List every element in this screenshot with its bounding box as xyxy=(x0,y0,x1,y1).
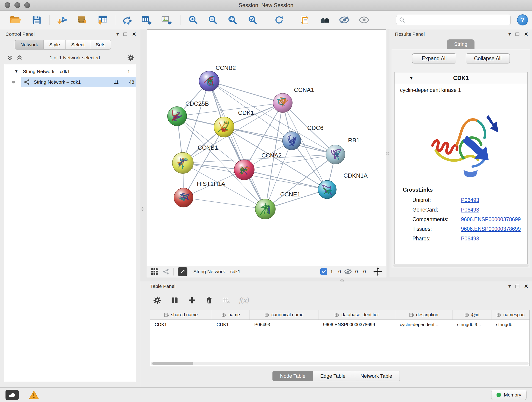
panel-collapse-icon[interactable]: ▾ xyxy=(508,284,511,289)
search-input[interactable] xyxy=(396,15,511,25)
table-settings-button[interactable] xyxy=(153,296,161,304)
panel-float-icon[interactable] xyxy=(515,32,519,36)
warnings-button[interactable] xyxy=(29,390,39,400)
cell-at-id[interactable]: stringdb:9... xyxy=(452,320,491,329)
tab-string[interactable]: String xyxy=(447,39,475,49)
zoom-selected-button[interactable] xyxy=(246,13,259,27)
expand-all-button[interactable]: Expand All xyxy=(412,53,456,64)
hide-selected-button[interactable] xyxy=(338,13,351,27)
column-header-database-identifier[interactable]: database identifier xyxy=(318,310,395,319)
minimize-window-button[interactable] xyxy=(14,2,20,8)
cell-namespace[interactable]: stringdb xyxy=(491,320,530,329)
export-network-button[interactable] xyxy=(140,13,153,27)
delete-table-button[interactable] xyxy=(222,296,230,304)
zoom-out-button[interactable] xyxy=(206,13,219,27)
cell-description[interactable]: cyclin-dependent ... xyxy=(395,320,452,329)
pan-crosshair-icon[interactable] xyxy=(373,267,382,276)
panel-float-icon[interactable] xyxy=(123,32,127,36)
show-all-button[interactable] xyxy=(358,13,370,27)
birds-eye-view-button[interactable] xyxy=(151,268,158,275)
refresh-view-button[interactable] xyxy=(273,13,285,27)
crosslink-link-compartments[interactable]: 9606.ENSP00000378699 xyxy=(461,216,521,223)
tab-sets[interactable]: Sets xyxy=(90,40,111,49)
open-in-new-window-button[interactable] xyxy=(178,267,187,276)
copy-document-button[interactable] xyxy=(298,13,311,27)
table-row[interactable]: CDK1 CDK1 P06493 9606.ENSP00000378699 cy… xyxy=(150,320,530,329)
import-table-file-button[interactable] xyxy=(96,13,109,27)
network-node-CCNA1[interactable]: CCNA1 xyxy=(273,86,314,113)
column-header-shared-name[interactable]: shared name xyxy=(150,310,212,319)
crosslink-link-uniprot[interactable]: P06493 xyxy=(461,197,479,203)
import-network-file-button[interactable] xyxy=(56,13,69,27)
panel-float-icon[interactable] xyxy=(515,285,519,288)
column-header-name[interactable]: name xyxy=(212,310,250,319)
open-session-button[interactable] xyxy=(9,13,22,27)
network-node-CCNB1[interactable]: CCNB1 xyxy=(172,144,218,173)
network-node-RB1[interactable]: RB1 xyxy=(326,137,360,164)
crosslink-link-pharos[interactable]: P06493 xyxy=(461,236,479,242)
column-header-description[interactable]: description xyxy=(395,310,452,319)
tree-expand-icon[interactable]: ▼ xyxy=(14,69,18,74)
tab-network[interactable]: Network xyxy=(15,40,44,49)
new-network-button[interactable] xyxy=(121,13,134,27)
string-settings-button[interactable] xyxy=(162,268,169,275)
expand-all-chevron-icon[interactable] xyxy=(7,55,13,61)
tab-node-table[interactable]: Node Table xyxy=(273,371,313,381)
save-session-button[interactable] xyxy=(30,13,43,27)
selected-network-row[interactable]: String Network – cdk1 11 48 xyxy=(21,77,136,87)
zoom-fit-button[interactable] xyxy=(226,13,239,27)
delete-column-button[interactable] xyxy=(205,296,213,304)
column-header-canonical-name[interactable]: canonical name xyxy=(250,310,318,319)
cell-shared-name[interactable]: CDK1 xyxy=(150,320,212,329)
panel-collapse-icon[interactable]: ▾ xyxy=(508,32,511,37)
hidden-eye-slash-icon[interactable] xyxy=(344,268,352,275)
crosslink-link-tissues[interactable]: 9606.ENSP00000378699 xyxy=(461,226,521,232)
home-button[interactable] xyxy=(318,13,331,27)
collapse-all-chevron-icon[interactable] xyxy=(17,55,22,61)
tab-edge-table[interactable]: Edge Table xyxy=(313,371,353,381)
panel-collapse-icon[interactable]: ▾ xyxy=(116,32,119,37)
memory-button[interactable]: Memory xyxy=(491,390,526,400)
cloud-services-button[interactable] xyxy=(6,390,19,400)
network-canvas[interactable]: CCNB2CCNA1CDC25BCDK1CDC6RB1CCNB1CCNA2CDK… xyxy=(147,30,386,266)
network-node-HIST1H1A[interactable]: HIST1H1A xyxy=(174,180,225,207)
panel-close-icon[interactable]: ✕ xyxy=(132,32,136,37)
cell-canonical-name[interactable]: P06493 xyxy=(250,320,318,329)
tree-item-collection[interactable]: ▼ String Network – cdk1 1 xyxy=(4,66,136,77)
panel-close-icon[interactable]: ✕ xyxy=(524,32,528,37)
collapse-all-button[interactable]: Collapse All xyxy=(466,53,510,64)
network-node-CDKN1A[interactable]: CDKN1A xyxy=(318,172,368,199)
table-horizontal-scrollbar[interactable] xyxy=(151,362,529,365)
left-splitter-handle[interactable] xyxy=(141,207,144,211)
import-network-database-button[interactable] xyxy=(75,13,88,27)
network-edge-CCNB2-CCNA1[interactable] xyxy=(209,81,283,103)
gene-section-header[interactable]: ▼ CDK1 xyxy=(394,72,527,84)
network-options-gear-icon[interactable] xyxy=(127,54,134,61)
zoom-window-button[interactable] xyxy=(24,2,30,8)
tab-select[interactable]: Select xyxy=(66,40,90,49)
bottom-splitter-handle[interactable] xyxy=(341,279,344,282)
section-collapse-icon[interactable]: ▼ xyxy=(409,76,413,81)
tree-item-network[interactable]: String Network – cdk1 11 48 xyxy=(4,77,136,87)
tab-network-table[interactable]: Network Table xyxy=(353,371,399,381)
add-column-button[interactable] xyxy=(188,296,196,304)
network-edge-HIST1H1A-CCNE1[interactable] xyxy=(184,198,265,209)
panel-close-icon[interactable]: ✕ xyxy=(524,284,528,289)
crosslink-link-genecard[interactable]: P06493 xyxy=(461,207,479,213)
show-columns-button[interactable] xyxy=(171,296,179,304)
network-edge-RB1-CCNA2[interactable] xyxy=(244,154,336,170)
close-window-button[interactable] xyxy=(5,2,10,8)
network-node-CCNA2[interactable]: CCNA2 xyxy=(234,152,282,180)
scrollbar-thumb[interactable] xyxy=(152,362,193,365)
cell-name[interactable]: CDK1 xyxy=(212,320,250,329)
right-splitter-handle[interactable] xyxy=(386,152,389,155)
tab-style[interactable]: Style xyxy=(44,40,66,49)
export-image-button[interactable] xyxy=(160,13,173,27)
cell-database-identifier[interactable]: 9606.ENSP00000378699 xyxy=(318,320,395,329)
help-button[interactable]: ? xyxy=(517,14,528,26)
selected-checkbox[interactable] xyxy=(320,268,327,275)
column-header-at-id[interactable]: @id xyxy=(452,310,491,319)
function-builder-button[interactable]: f(x) xyxy=(239,296,249,304)
column-header-namespace[interactable]: namespac xyxy=(491,310,530,319)
zoom-in-button[interactable] xyxy=(187,13,200,27)
